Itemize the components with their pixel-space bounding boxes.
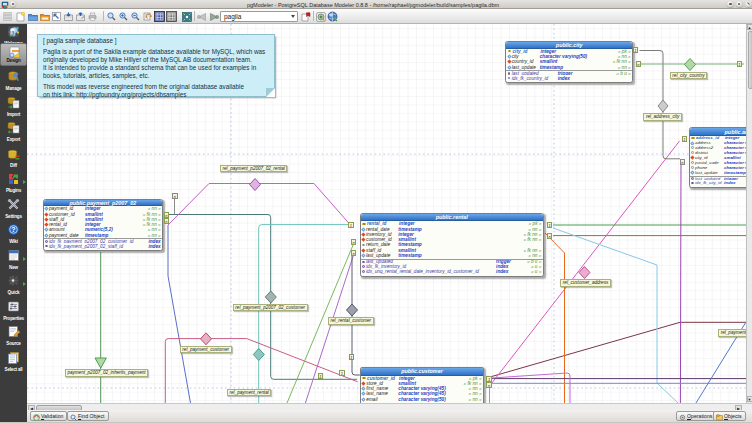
svg-text:?: ? — [11, 226, 15, 233]
